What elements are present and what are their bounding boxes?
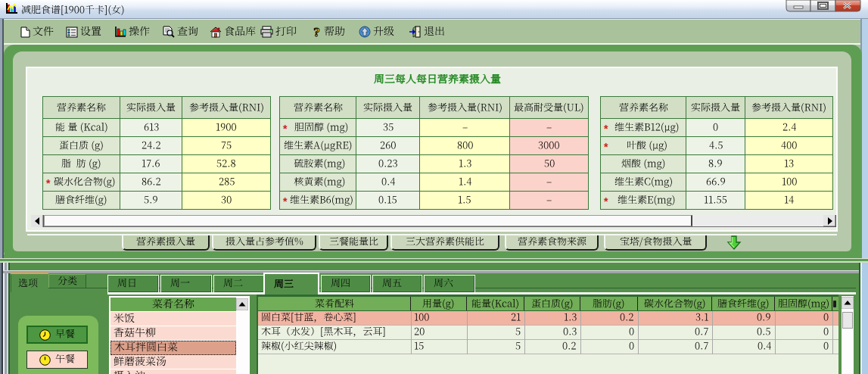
- svg-text:?: ?: [313, 26, 320, 38]
